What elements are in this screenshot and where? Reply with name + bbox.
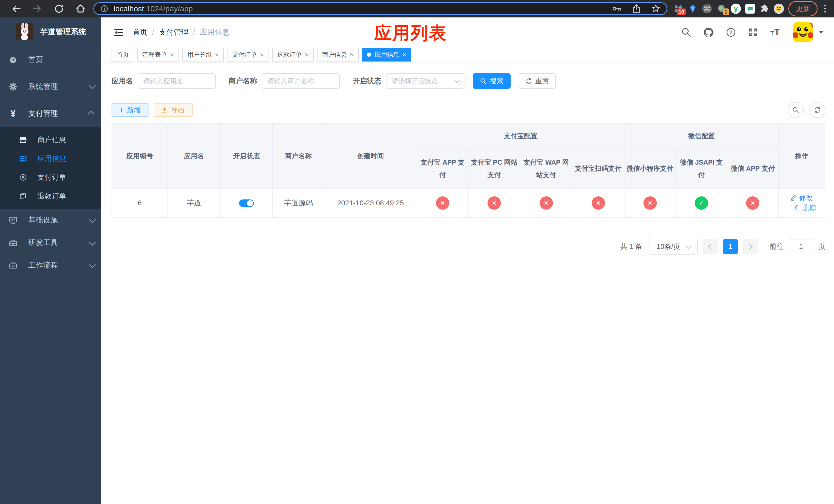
sidebar-collapse-icon[interactable] <box>114 27 124 38</box>
github-icon[interactable] <box>703 26 715 38</box>
alipay-wap-status-icon: × <box>540 197 553 210</box>
tab-pay-orders[interactable]: 支付订单× <box>227 48 269 62</box>
tab-app-info[interactable]: 应用信息× <box>362 48 411 62</box>
reload-icon[interactable] <box>53 3 65 14</box>
delete-link[interactable]: 删除 <box>794 203 816 212</box>
sidebar-item-pay-orders[interactable]: ¥ 支付订单 <box>0 168 101 187</box>
col-app-id: 应用编号 <box>112 123 168 189</box>
recorder-extension-icon[interactable]: 1 <box>716 3 727 14</box>
edit-pencil-icon <box>790 194 797 201</box>
extensions-puzzle-icon[interactable] <box>759 3 770 14</box>
tab-home[interactable]: 首页 <box>112 48 134 62</box>
col-alipay-pc: 支付宝 PC 网站支付 <box>468 149 520 189</box>
wechat-mini-status-icon: × <box>643 197 657 210</box>
sidebar-item-devtools[interactable]: 研发工具 <box>0 231 101 254</box>
status-label: 开启状态 <box>353 76 381 86</box>
sidebar-logo[interactable]: 芋道管理系统 <box>0 18 101 46</box>
store-icon <box>19 136 27 144</box>
wechat-jsapi-status-icon: ✓ <box>695 197 708 210</box>
dashboard-icon <box>9 55 18 64</box>
tab-user-group[interactable]: 用户分组× <box>182 48 224 62</box>
cell-actions: 修改 删除 <box>778 189 825 217</box>
cell-status <box>220 189 272 217</box>
page-number-button[interactable]: 1 <box>723 239 738 254</box>
navbar-actions: ? TT <box>681 18 824 47</box>
pagination: 共 1 条 10条/页 1 前往 页 <box>112 239 825 255</box>
chevron-left-icon <box>708 244 714 250</box>
browser-menu-icon[interactable] <box>822 5 828 13</box>
cell-app-name: 芋道 <box>168 189 220 217</box>
close-icon[interactable]: × <box>402 51 406 58</box>
forward-icon[interactable] <box>32 3 43 14</box>
col-alipay-qr: 支付宝扫码支付 <box>572 149 624 189</box>
col-alipay-app: 支付宝 APP 支付 <box>417 149 468 189</box>
export-button[interactable]: 导出 <box>154 103 193 117</box>
fullscreen-icon[interactable] <box>747 27 759 38</box>
reset-button[interactable]: 重置 <box>519 73 556 89</box>
next-page-button[interactable] <box>743 239 758 254</box>
tab-process-form[interactable]: 流程表单× <box>137 48 179 62</box>
gem-extension-icon[interactable] <box>687 3 698 14</box>
close-icon[interactable]: × <box>215 51 219 58</box>
sidebar-item-system[interactable]: 系统管理 <box>0 73 101 100</box>
toolbox-icon <box>9 238 18 247</box>
prev-page-button[interactable] <box>703 239 718 254</box>
page-unit-label: 页 <box>818 242 825 251</box>
extension-badge-one: 1 <box>723 8 729 15</box>
page-content: 应用名 商户名称 开启状态 请选择开启状态 搜索 重置 <box>101 62 834 255</box>
browser-update-button[interactable]: 更新 <box>788 1 818 17</box>
page-size-select[interactable]: 10条/页 <box>649 239 698 255</box>
chat-extension-icon[interactable] <box>745 3 755 14</box>
bookmark-star-icon[interactable] <box>651 4 661 14</box>
profile-avatar-icon[interactable] <box>773 3 784 14</box>
close-icon[interactable]: × <box>350 51 354 58</box>
edit-link[interactable]: 修改 <box>790 193 813 203</box>
payment-submenu: 商户信息 应用信息 ¥ 支付订单 退款订单 <box>0 127 101 209</box>
status-toggle[interactable] <box>239 200 254 207</box>
app-name-input[interactable] <box>138 73 216 89</box>
sidebar-item-payment[interactable]: ¥ 支付管理 <box>0 100 101 127</box>
sidebar-item-infra[interactable]: 基础设施 <box>0 209 101 231</box>
search-button[interactable]: 搜索 <box>473 73 511 89</box>
pikachu-avatar-icon <box>793 22 813 42</box>
toggle-search-button[interactable] <box>788 102 804 118</box>
status-select[interactable]: 请选择开启状态 <box>386 73 464 89</box>
header-search-icon[interactable] <box>681 27 692 38</box>
sidebar-item-refund-orders[interactable]: 退款订单 <box>0 187 101 205</box>
sidebar-item-merchant-info[interactable]: 商户信息 <box>0 131 101 149</box>
refresh-table-button[interactable] <box>809 102 825 118</box>
tab-merchant-info[interactable]: 商户信息× <box>317 48 359 62</box>
breadcrumb-home[interactable]: 首页 <box>133 27 148 38</box>
merchant-name-input[interactable] <box>262 73 340 89</box>
url-bar[interactable]: localhost:1024/pay/app <box>93 2 667 15</box>
password-key-icon[interactable] <box>612 4 622 14</box>
wechat-app-status-icon: × <box>746 197 760 210</box>
back-icon[interactable] <box>10 3 22 14</box>
command-extension-icon[interactable]: ⌘ <box>702 3 712 14</box>
table-row: 6 芋道 芋道源码 2021-10-23 08:49:25 × × × × × … <box>112 189 825 217</box>
tasks-extension-icon[interactable]: 10 <box>673 3 684 14</box>
user-avatar[interactable] <box>793 22 824 42</box>
sidebar-item-workflow[interactable]: 工作流程 <box>0 254 101 277</box>
sidebar-item-home[interactable]: 首页 <box>0 46 101 73</box>
add-button[interactable]: + 新增 <box>112 103 149 117</box>
share-icon[interactable] <box>631 4 641 14</box>
svg-text:¥: ¥ <box>22 175 24 180</box>
tab-refund-orders[interactable]: 退款订单× <box>272 48 314 62</box>
site-info-icon[interactable] <box>100 4 109 13</box>
sidebar-item-app-info[interactable]: 应用信息 <box>0 149 101 168</box>
url-text[interactable]: localhost:1024/pay/app <box>114 4 193 13</box>
breadcrumb-payment[interactable]: 支付管理 <box>159 27 189 38</box>
goto-page-input[interactable] <box>789 239 813 254</box>
caret-down-icon <box>819 30 824 34</box>
filter-form: 应用名 商户名称 开启状态 请选择开启状态 搜索 重置 <box>112 73 825 89</box>
help-icon[interactable]: ? <box>725 27 737 38</box>
app-title: 芋道管理系统 <box>40 27 86 37</box>
font-size-icon[interactable]: TT <box>769 27 782 38</box>
home-icon[interactable] <box>75 3 86 14</box>
close-icon[interactable]: × <box>170 51 174 58</box>
close-icon[interactable]: × <box>305 51 309 58</box>
close-icon[interactable]: × <box>260 51 264 58</box>
yuque-extension-icon[interactable]: y <box>730 3 741 14</box>
svg-text:?: ? <box>729 29 733 35</box>
